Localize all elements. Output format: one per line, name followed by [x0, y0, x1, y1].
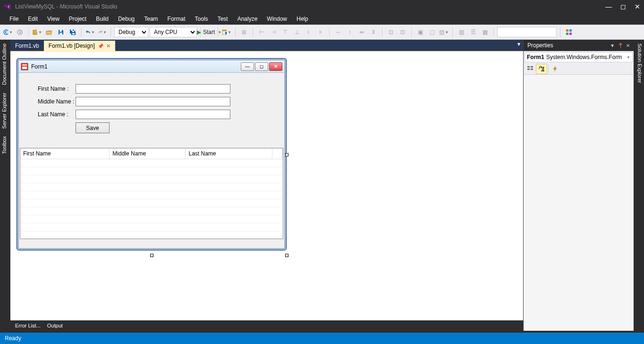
- undo-button[interactable]: ▼: [85, 27, 95, 37]
- align-center-icon[interactable]: ⊣: [268, 27, 279, 37]
- tab-server-explorer[interactable]: Server Explorer: [0, 89, 10, 132]
- categorized-icon[interactable]: [525, 64, 536, 74]
- open-file-button[interactable]: [44, 27, 54, 37]
- events-icon[interactable]: [550, 64, 561, 74]
- align-bottom-icon[interactable]: ⊧: [315, 27, 326, 37]
- svg-rect-20: [527, 69, 530, 70]
- config-dropdown[interactable]: Debug: [114, 27, 148, 37]
- find-combobox[interactable]: [497, 27, 557, 37]
- form-minimize-icon: —: [241, 62, 254, 71]
- menu-view[interactable]: View: [42, 14, 64, 24]
- hspace-equal-icon[interactable]: ↔: [333, 27, 343, 37]
- tab-error-list[interactable]: Error List...: [15, 323, 41, 328]
- list-row: [20, 199, 283, 207]
- list-row: [20, 191, 283, 199]
- save-button[interactable]: [56, 27, 66, 37]
- listview[interactable]: First Name Middle Name Last Name: [20, 148, 283, 239]
- menu-analyze[interactable]: Analyze: [233, 14, 263, 24]
- svg-rect-21: [531, 66, 533, 68]
- extensions-icon[interactable]: [564, 27, 574, 37]
- center-v-icon[interactable]: ⊡: [398, 27, 408, 37]
- align-right-icon[interactable]: ⊤: [280, 27, 290, 37]
- menu-help[interactable]: Help: [292, 14, 313, 24]
- document-tabs: Form1.vb Form1.vb [Design] 📌 ✕ ▼: [10, 40, 523, 51]
- minimize-button[interactable]: —: [605, 3, 612, 10]
- col-first-name[interactable]: First Name: [20, 148, 110, 159]
- doc-icon-2[interactable]: ☰: [468, 27, 478, 37]
- input-last-name[interactable]: [76, 110, 230, 119]
- tab-form1-vb[interactable]: Form1.vb: [10, 41, 44, 51]
- platform-dropdown[interactable]: Any CPU: [150, 27, 197, 37]
- label-first-name: First Name :: [38, 86, 76, 92]
- svg-rect-12: [566, 29, 568, 32]
- properties-grid[interactable]: [524, 75, 634, 331]
- doc-icon-3[interactable]: ▦: [480, 27, 490, 37]
- menu-build[interactable]: Build: [91, 14, 113, 24]
- menu-format[interactable]: Format: [163, 14, 190, 24]
- menu-test[interactable]: Test: [213, 14, 233, 24]
- size-width-icon[interactable]: ⇔: [356, 27, 367, 37]
- col-last-name[interactable]: Last Name: [186, 148, 272, 159]
- autohide-pin-icon[interactable]: 📍: [618, 43, 623, 48]
- resize-handle-bottom[interactable]: [150, 254, 153, 257]
- send-back-icon[interactable]: ▢: [427, 27, 437, 37]
- browser-link-button[interactable]: ▼: [221, 27, 232, 37]
- redo-button[interactable]: ▼: [97, 27, 107, 37]
- bring-front-icon[interactable]: ▣: [415, 27, 425, 37]
- save-form-button[interactable]: Save: [76, 122, 110, 133]
- close-tab-icon[interactable]: ✕: [106, 43, 110, 49]
- resize-handle-right[interactable]: [285, 153, 288, 156]
- tab-toolbox[interactable]: Toolbox: [0, 132, 10, 158]
- nav-forward-button[interactable]: [15, 27, 25, 37]
- start-button[interactable]: ▶Start▼: [204, 27, 214, 37]
- menu-file[interactable]: File: [5, 14, 23, 24]
- input-middle-name[interactable]: [76, 97, 230, 106]
- properties-panel: Properties ▼ 📍 ✕ Form1 System.Windows.Fo…: [523, 40, 634, 331]
- menu-team[interactable]: Team: [139, 14, 162, 24]
- close-button[interactable]: ✕: [635, 3, 640, 10]
- menu-window[interactable]: Window: [262, 14, 292, 24]
- designer-surface[interactable]: Form1 — ◻ ✕ First Name : Mid: [10, 51, 523, 320]
- center-h-icon[interactable]: ⊡: [386, 27, 396, 37]
- tab-dropdown-icon[interactable]: ▼: [517, 42, 521, 47]
- doc-icon-1[interactable]: ▥: [456, 27, 466, 37]
- menu-edit[interactable]: Edit: [23, 14, 42, 24]
- pin-icon[interactable]: 📌: [98, 43, 103, 49]
- resize-handle-corner[interactable]: [285, 254, 288, 257]
- designer-canvas: Form1 — ◻ ✕ First Name : Mid: [17, 59, 286, 250]
- tab-document-outline[interactable]: Document Outline: [0, 40, 10, 89]
- align-middle-icon[interactable]: ⊦: [304, 27, 314, 37]
- dropdown-arrow-icon: ▼: [627, 55, 630, 60]
- col-middle-name[interactable]: Middle Name: [110, 148, 186, 159]
- alphabetical-icon[interactable]: AZ: [536, 64, 547, 74]
- close-panel-icon[interactable]: ✕: [626, 43, 630, 48]
- status-text: Ready: [5, 335, 21, 342]
- window-position-icon[interactable]: ▼: [610, 43, 615, 48]
- properties-object-selector[interactable]: Form1 System.Windows.Forms.Form ▼: [525, 52, 633, 62]
- maximize-button[interactable]: ◻: [620, 3, 626, 10]
- vspace-equal-icon[interactable]: ↕: [345, 27, 355, 37]
- form-window[interactable]: Form1 — ◻ ✕ First Name : Mid: [17, 59, 286, 250]
- align-grid-icon[interactable]: ⊞: [239, 27, 249, 37]
- list-row: [20, 223, 283, 231]
- svg-rect-10: [222, 30, 227, 31]
- nav-back-button[interactable]: ▼: [3, 27, 13, 37]
- svg-rect-6: [71, 29, 73, 31]
- align-top-icon[interactable]: ⊥: [292, 27, 302, 37]
- size-height-icon[interactable]: ⇕: [368, 27, 379, 37]
- tab-order-icon[interactable]: ▤▼: [439, 27, 449, 37]
- tab-form1-design[interactable]: Form1.vb [Design] 📌 ✕: [44, 41, 115, 51]
- row-first-name: First Name :: [38, 84, 265, 94]
- vs-logo-icon: [4, 3, 11, 10]
- menu-project[interactable]: Project: [64, 14, 91, 24]
- svg-rect-22: [531, 69, 533, 70]
- menu-tools[interactable]: Tools: [190, 14, 213, 24]
- tab-output[interactable]: Output: [47, 323, 63, 328]
- new-project-button[interactable]: ▼: [32, 27, 42, 37]
- menu-debug[interactable]: Debug: [113, 14, 139, 24]
- list-row: [20, 159, 283, 167]
- align-left-icon[interactable]: ⊢: [256, 27, 267, 37]
- input-first-name[interactable]: [76, 84, 230, 94]
- tab-solution-explorer[interactable]: Solution Explorer: [634, 40, 644, 87]
- save-all-button[interactable]: [68, 27, 78, 37]
